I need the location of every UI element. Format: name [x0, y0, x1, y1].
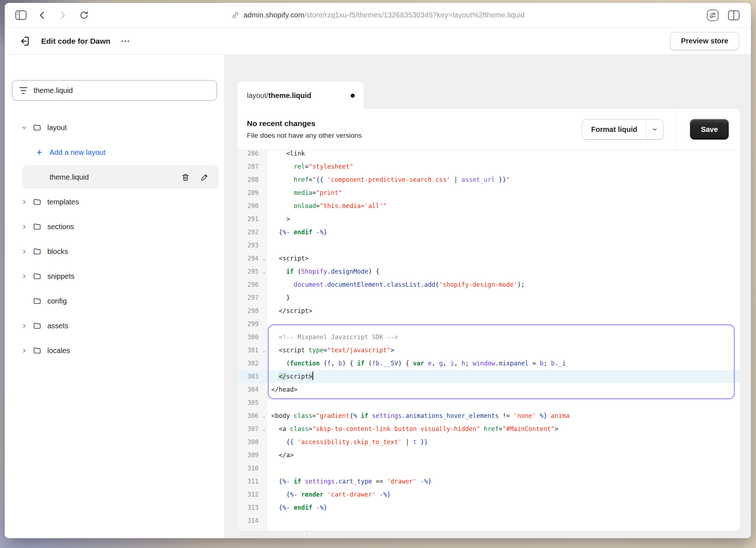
- line-number: 291: [237, 212, 267, 226]
- chevron-right-icon[interactable]: [19, 274, 29, 279]
- code-line[interactable]: 298 </script>: [237, 304, 740, 317]
- version-status-subtext: File does not have any other versions: [247, 132, 582, 140]
- file-search[interactable]: [12, 80, 217, 101]
- version-status-heading: No recent changes: [247, 119, 582, 128]
- folder-icon: [32, 346, 43, 355]
- code-line[interactable]: 310: [237, 462, 740, 475]
- line-number: 286: [237, 150, 267, 160]
- chevron-right-icon[interactable]: [19, 199, 29, 205]
- code-line[interactable]: 304</head>: [237, 383, 740, 396]
- app-header: Edit code for Dawn ••• Preview store: [5, 28, 751, 55]
- code-line[interactable]: 311 {%- if settings.cart_type == 'drawer…: [237, 475, 740, 488]
- line-number: 292: [237, 226, 267, 239]
- chevron-down-icon[interactable]: [19, 125, 29, 130]
- code-line[interactable]: 306⌄<body class="gradient{% if settings.…: [237, 409, 740, 422]
- code-line[interactable]: 294⌄ <script>: [237, 252, 740, 265]
- chevron-right-icon[interactable]: [19, 224, 29, 230]
- sidebar-toggle-icon[interactable]: [15, 9, 27, 21]
- folder-icon: [32, 321, 43, 330]
- sidebar-item-sections[interactable]: sections: [5, 214, 224, 239]
- browser-window: admin.shopify.com/store/rzq1xu-f5/themes…: [5, 3, 751, 538]
- code-line[interactable]: 302 (function (f, b) { if (!b.__SV) { va…: [237, 357, 740, 370]
- format-liquid-button[interactable]: Format liquid: [582, 120, 646, 139]
- fold-chevron-icon[interactable]: ⌄: [263, 265, 265, 278]
- code-line[interactable]: 295⌄ if (Shopify.designMode) {: [237, 265, 740, 278]
- code-line[interactable]: 286 <link: [237, 150, 740, 160]
- code-line[interactable]: 307⌄ <a class="skip-to-content-link butt…: [237, 422, 740, 435]
- sidebar-item-config[interactable]: config: [5, 289, 224, 313]
- fold-chevron-icon[interactable]: ⌄: [263, 423, 265, 436]
- code-line[interactable]: 299: [237, 317, 740, 330]
- code-line[interactable]: 289 media="print": [237, 186, 740, 199]
- save-button[interactable]: Save: [690, 119, 729, 140]
- code-line[interactable]: 314: [237, 514, 740, 527]
- rename-file-icon[interactable]: [200, 173, 209, 182]
- sidebar-item-locales[interactable]: locales: [5, 338, 224, 363]
- unsaved-changes-dot: [351, 94, 355, 98]
- url-text: admin.shopify.com/store/rzq1xu-f5/themes…: [244, 11, 525, 19]
- fold-chevron-icon[interactable]: ⌄: [263, 344, 265, 357]
- code-line[interactable]: 312 {%- render 'cart-drawer' -%}: [237, 488, 740, 501]
- code-line[interactable]: 287 rel="stylesheet": [237, 160, 740, 173]
- tab-file-name: theme.liquid: [268, 91, 311, 100]
- page-settings-icon[interactable]: [706, 9, 719, 21]
- sidebar-item-snippets[interactable]: snippets: [5, 264, 224, 289]
- chevron-right-icon[interactable]: [19, 249, 29, 254]
- code-line[interactable]: 303 </script>: [237, 370, 740, 383]
- sidebar-item-add-new-layout[interactable]: +Add a new layout: [5, 140, 224, 165]
- line-number: 289: [237, 186, 267, 199]
- line-number: 304: [237, 383, 267, 396]
- line-number: 297: [237, 291, 267, 304]
- fold-chevron-icon[interactable]: ⌄: [263, 252, 265, 265]
- file-tree: layout+Add a new layouttheme.liquidtempl…: [5, 115, 224, 363]
- code-line[interactable]: 292 {%- endif -%}: [237, 226, 740, 239]
- sidebar-item-label: blocks: [47, 247, 68, 256]
- chevron-right-icon[interactable]: [19, 348, 29, 353]
- reload-icon[interactable]: [78, 9, 90, 21]
- line-number: 311: [237, 475, 267, 488]
- code-line[interactable]: 291 >: [237, 212, 740, 226]
- line-number: 313: [237, 501, 267, 514]
- format-options-chevron[interactable]: [646, 120, 663, 139]
- back-icon[interactable]: [36, 9, 48, 21]
- sidebar-item-layout[interactable]: layout: [5, 115, 224, 140]
- sidebar-item-templates[interactable]: templates: [5, 189, 224, 214]
- chevron-right-icon[interactable]: [19, 323, 29, 329]
- code-line[interactable]: 308 {{ 'accessibility.skip_to_text' | t …: [237, 435, 740, 449]
- code-line[interactable]: 301⌄ <script type="text/javascript">: [237, 344, 740, 357]
- delete-file-icon[interactable]: [181, 173, 190, 182]
- forward-icon[interactable]: [57, 9, 69, 21]
- address-bar[interactable]: admin.shopify.com/store/rzq1xu-f5/themes…: [231, 11, 525, 19]
- line-number: 303: [237, 370, 267, 383]
- line-number: 306⌄: [237, 409, 267, 422]
- sidebar-item-blocks[interactable]: blocks: [5, 239, 224, 264]
- search-input[interactable]: [33, 86, 210, 95]
- preview-store-button[interactable]: Preview store: [670, 32, 739, 50]
- code-line[interactable]: 309 </a>: [237, 449, 740, 462]
- code-line[interactable]: 300 <!-- Mixpanel Javascript SDK -->: [237, 330, 740, 344]
- code-line[interactable]: 288 href="{{ 'component-predictive-searc…: [237, 173, 740, 186]
- code-line[interactable]: 313 {%- endif -%}: [237, 501, 740, 514]
- code-line[interactable]: 290 onload="this.media='all'": [237, 199, 740, 212]
- line-number: 315: [237, 527, 267, 531]
- url-host: admin.shopify.com: [244, 11, 304, 19]
- file-tab[interactable]: layout/theme.liquid: [237, 82, 363, 109]
- line-number: 307⌄: [237, 422, 267, 435]
- sidebar-item-assets[interactable]: assets: [5, 313, 224, 338]
- line-number: 299: [237, 317, 267, 330]
- code-editor[interactable]: 286 <link287 rel="stylesheet"288 href="{…: [237, 150, 740, 531]
- split-view-icon[interactable]: [728, 9, 740, 21]
- more-actions-icon[interactable]: •••: [121, 38, 130, 44]
- code-line[interactable]: 293: [237, 239, 740, 252]
- filter-icon: [19, 87, 27, 94]
- sidebar-item-label: theme.liquid: [50, 173, 89, 181]
- code-line[interactable]: 296 document.documentElement.classList.a…: [237, 278, 740, 291]
- line-number: 294⌄: [237, 252, 267, 265]
- exit-editor-icon[interactable]: [17, 34, 32, 48]
- code-line[interactable]: 315 {% sections 'header-group' %}: [237, 527, 740, 531]
- sidebar-item-theme-liquid[interactable]: theme.liquid: [5, 165, 224, 189]
- fold-chevron-icon[interactable]: ⌄: [263, 410, 265, 423]
- sidebar-item-label: templates: [47, 198, 79, 206]
- code-line[interactable]: 305: [237, 396, 740, 409]
- code-line[interactable]: 297 }: [237, 291, 740, 304]
